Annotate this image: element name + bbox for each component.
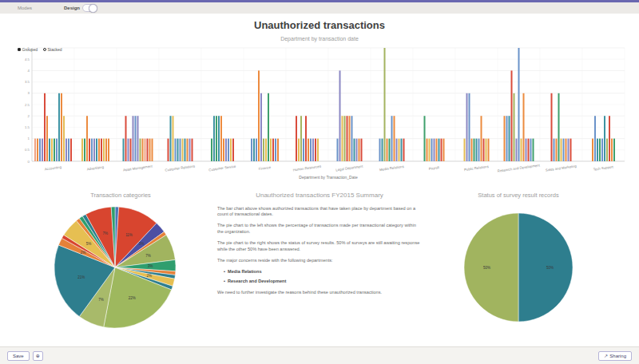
svg-text:3: 3: [28, 91, 30, 95]
radio-selected-icon: [18, 48, 21, 51]
grouped-label: Grouped: [22, 47, 38, 52]
page-title: Unauthorized transactions: [0, 19, 639, 31]
svg-text:3%: 3%: [139, 242, 145, 246]
survey-status-panel: Status of survey result records 50%50%: [423, 188, 613, 333]
svg-text:Legal Department: Legal Department: [335, 164, 363, 172]
svg-text:1.5: 1.5: [25, 125, 30, 129]
svg-text:7%: 7%: [145, 254, 151, 258]
survey-status-pie: 50%50%: [423, 199, 613, 333]
svg-text:2: 2: [28, 114, 30, 118]
svg-text:50%: 50%: [483, 266, 490, 270]
stacked-label: Stacked: [47, 47, 62, 52]
summary-paragraphs: The bar chart above shows authorized tra…: [217, 206, 422, 263]
summary-paragraph: The pie chart to the right shows the sta…: [217, 240, 422, 252]
summary-paragraph: The pie chart to the left shows the perc…: [217, 223, 422, 235]
svg-text:Advertising: Advertising: [86, 164, 104, 171]
svg-text:Accounting: Accounting: [44, 164, 62, 171]
svg-text:11%: 11%: [125, 233, 133, 237]
svg-text:5%: 5%: [86, 242, 92, 246]
svg-text:4.5: 4.5: [25, 57, 30, 61]
modes-label: Modes: [18, 6, 32, 10]
svg-text:Public Relations: Public Relations: [464, 164, 489, 172]
svg-text:22%: 22%: [129, 296, 136, 300]
summary-paragraph: The major concerns reside with the follo…: [217, 258, 422, 264]
top-toolbar: Modes Design: [0, 0, 639, 14]
department-bar-chart: 00.511.522.533.544.55AccountingAdvertisi…: [8, 42, 631, 185]
bar-mode-selector: Grouped Stacked: [18, 47, 62, 52]
svg-text:Human Resources: Human Resources: [292, 164, 321, 172]
svg-text:7%: 7%: [98, 298, 104, 302]
summary-paragraph: The bar chart above shows authorized tra…: [217, 206, 422, 218]
summary-closing: We need to further investigate the reaso…: [217, 290, 422, 296]
transaction-categories-pie: 11%3%7%3%2%22%7%21%2%5%7%: [26, 199, 216, 333]
transaction-categories-panel: Transaction categories 11%3%7%3%2%22%7%2…: [26, 188, 216, 333]
svg-text:2%: 2%: [146, 274, 152, 278]
svg-text:50%: 50%: [546, 266, 554, 270]
sharing-label: Sharing: [609, 354, 626, 358]
design-mode-toggle[interactable]: [82, 4, 97, 12]
svg-text:1: 1: [28, 136, 30, 140]
options-button[interactable]: ⊕: [33, 351, 43, 361]
summary-bullet: Media Relations: [224, 269, 422, 275]
svg-text:7%: 7%: [102, 231, 108, 235]
design-mode-label: Design: [64, 6, 80, 10]
left-pie-title: Transaction categories: [26, 192, 216, 199]
svg-text:3%: 3%: [148, 264, 153, 268]
bar-chart-title: Department by transaction date: [8, 36, 631, 42]
stacked-option[interactable]: Stacked: [43, 47, 62, 52]
bottom-row: Transaction categories 11%3%7%3%2%22%7%2…: [0, 188, 639, 333]
svg-text:Asset Management: Asset Management: [123, 164, 153, 172]
svg-text:3.5: 3.5: [25, 80, 30, 84]
share-icon: ↗: [604, 354, 608, 358]
summary-title: Unauthorized transactions FY2015 Summary: [217, 192, 422, 200]
sharing-button[interactable]: ↗Sharing: [598, 351, 632, 361]
svg-text:4: 4: [28, 69, 30, 73]
grouped-option[interactable]: Grouped: [18, 47, 38, 52]
toggle-knob: [89, 4, 97, 13]
svg-text:2%: 2%: [81, 251, 86, 255]
svg-text:Department by Transaction_Date: Department by Transaction_Date: [299, 175, 358, 180]
svg-text:Payroll: Payroll: [428, 165, 439, 171]
summary-panel: Unauthorized transactions FY2015 Summary…: [217, 188, 422, 333]
svg-text:Tech Support: Tech Support: [593, 164, 614, 172]
save-button[interactable]: Save: [7, 351, 30, 361]
svg-text:Research and Development: Research and Development: [498, 163, 541, 172]
svg-text:Sales and Marketing: Sales and Marketing: [546, 164, 577, 172]
svg-text:Customer Relations: Customer Relations: [165, 164, 195, 172]
svg-text:Finance: Finance: [258, 165, 271, 171]
svg-text:0: 0: [28, 160, 30, 164]
options-icon: ⊕: [36, 354, 40, 358]
svg-text:Customer Service: Customer Service: [208, 164, 236, 172]
footer-bar: Save ⊕ ↗Sharing: [0, 346, 639, 364]
svg-text:Media Relations: Media Relations: [379, 164, 404, 172]
summary-bullet: Research and Development: [224, 279, 422, 285]
svg-text:2.5: 2.5: [25, 103, 30, 107]
bar-chart-panel: Department by transaction date Grouped S…: [8, 36, 631, 185]
svg-text:0.5: 0.5: [25, 148, 30, 152]
svg-text:21%: 21%: [77, 275, 85, 279]
right-pie-title: Status of survey result records: [423, 192, 613, 199]
radio-unselected-icon: [43, 48, 46, 51]
summary-bullet-list: Media RelationsResearch and Development: [217, 269, 422, 285]
